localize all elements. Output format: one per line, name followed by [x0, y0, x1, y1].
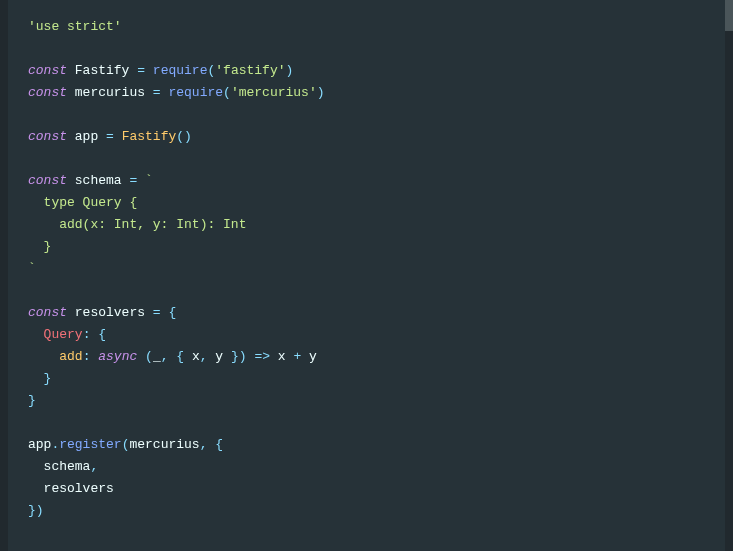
code-line: ` [28, 258, 705, 280]
code-line: add(x: Int, y: Int): Int [28, 214, 705, 236]
code-line: Query: { [28, 324, 705, 346]
code-line [28, 104, 705, 126]
code-line: schema, [28, 456, 705, 478]
code-line: } [28, 368, 705, 390]
code-line: app.register(mercurius, { [28, 434, 705, 456]
code-line: }) [28, 500, 705, 522]
code-line: const app = Fastify() [28, 126, 705, 148]
code-line: const mercurius = require('mercurius') [28, 82, 705, 104]
code-line: const Fastify = require('fastify') [28, 60, 705, 82]
code-line: } [28, 236, 705, 258]
code-line: } [28, 390, 705, 412]
code-line: 'use strict' [28, 16, 705, 38]
code-line [28, 148, 705, 170]
code-line: type Query { [28, 192, 705, 214]
code-line [28, 412, 705, 434]
code-line: const schema = ` [28, 170, 705, 192]
code-line [28, 280, 705, 302]
code-line: const resolvers = { [28, 302, 705, 324]
code-line: add: async (_, { x, y }) => x + y [28, 346, 705, 368]
code-block: 'use strict' const Fastify = require('fa… [8, 0, 725, 551]
code-line [28, 38, 705, 60]
code-lines: 'use strict' const Fastify = require('fa… [28, 16, 705, 522]
code-line: resolvers [28, 478, 705, 500]
